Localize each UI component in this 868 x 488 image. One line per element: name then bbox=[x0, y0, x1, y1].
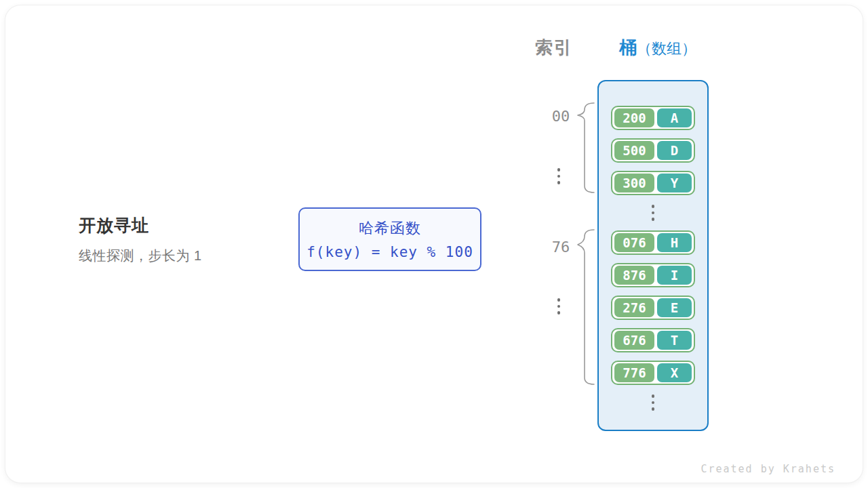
bucket-header-main: 桶 bbox=[619, 37, 637, 58]
pair-value: T bbox=[657, 331, 692, 350]
diagram-card: 开放寻址 线性探测，步长为 1 哈希函数 f(key) = key % 100 … bbox=[5, 5, 863, 483]
bucket-ellipsis-1 bbox=[652, 203, 655, 222]
index-ellipsis-1 bbox=[552, 168, 566, 184]
page-title: 开放寻址 bbox=[79, 214, 149, 237]
pair-key: 776 bbox=[614, 363, 654, 382]
pair-value: Y bbox=[657, 174, 692, 192]
page-subtitle: 线性探测，步长为 1 bbox=[79, 247, 202, 265]
pair-value: X bbox=[657, 363, 692, 382]
bucket-pair: 200 A bbox=[611, 106, 695, 130]
bucket-pair: 300 Y bbox=[611, 171, 695, 195]
bucket-pair: 076 H bbox=[611, 230, 695, 255]
hash-function-formula: f(key) = key % 100 bbox=[307, 244, 473, 260]
pair-value: E bbox=[657, 298, 692, 317]
index-label-76: 76 bbox=[546, 239, 576, 256]
watermark: Created by Krahets bbox=[701, 463, 835, 475]
index-label-00: 00 bbox=[546, 108, 576, 125]
pair-key: 276 bbox=[614, 298, 654, 317]
pair-key: 200 bbox=[614, 108, 654, 127]
bucket-pair: 676 T bbox=[611, 328, 695, 352]
bucket-pair: 500 D bbox=[611, 138, 695, 163]
index-column-header: 索引 bbox=[535, 36, 573, 60]
bucket-ellipsis-2 bbox=[652, 393, 655, 412]
bucket-header-note: （数组） bbox=[637, 40, 696, 57]
pair-key: 876 bbox=[614, 266, 654, 285]
pair-key: 300 bbox=[614, 174, 654, 192]
hash-function-title: 哈希函数 bbox=[359, 218, 421, 239]
bucket-pair: 776 X bbox=[611, 361, 695, 385]
pair-key: 676 bbox=[614, 331, 654, 350]
bucket-column-header: 桶（数组） bbox=[619, 36, 696, 60]
brace-index-00 bbox=[575, 102, 598, 195]
pair-key: 076 bbox=[614, 233, 654, 252]
bucket-array-container: 200 A 500 D 300 Y 076 H 876 I 276 E 676 … bbox=[597, 80, 709, 431]
index-ellipsis-2 bbox=[552, 298, 566, 314]
pair-value: D bbox=[657, 141, 692, 160]
pair-value: A bbox=[657, 108, 692, 127]
pair-key: 500 bbox=[614, 141, 654, 160]
bucket-pair: 876 I bbox=[611, 263, 695, 287]
bucket-pair: 276 E bbox=[611, 296, 695, 320]
pair-value: H bbox=[657, 233, 692, 252]
brace-index-76 bbox=[575, 228, 598, 387]
hash-function-box: 哈希函数 f(key) = key % 100 bbox=[298, 207, 481, 271]
pair-value: I bbox=[657, 266, 692, 285]
